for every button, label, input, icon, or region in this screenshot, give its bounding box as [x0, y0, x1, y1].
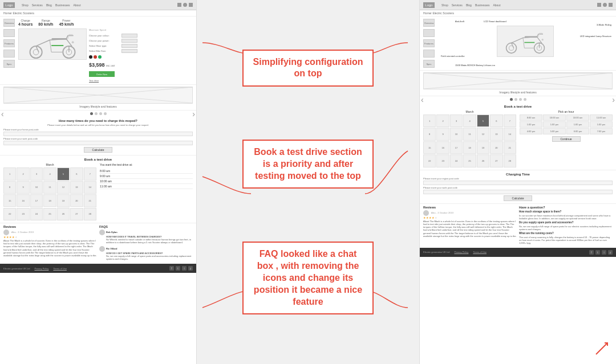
- cal-day-7[interactable]: 7: [84, 167, 96, 180]
- right-dot-2[interactable]: [514, 98, 517, 101]
- nav-shop[interactable]: Shop: [22, 3, 29, 7]
- hour-8[interactable]: 1:00 pm: [590, 121, 613, 128]
- cal-day-12[interactable]: 12: [57, 181, 70, 194]
- right-nav-businesses[interactable]: Businesses: [475, 3, 490, 7]
- right-nav-shop[interactable]: Shop: [441, 3, 448, 7]
- right-cart-icon[interactable]: [609, 3, 613, 7]
- nav-about[interactable]: About: [73, 3, 80, 7]
- right-dot-3[interactable]: [519, 98, 522, 101]
- hour-5[interactable]: 1:00 pm: [520, 121, 542, 128]
- right-cal-day-17[interactable]: 17: [450, 141, 463, 154]
- cal-day-3[interactable]: 3: [30, 167, 43, 180]
- hour-10[interactable]: 5:00 pm: [543, 128, 566, 134]
- cal-day-28[interactable]: 28: [84, 208, 96, 220]
- color-dot-red[interactable]: [94, 55, 97, 59]
- right-nav-services[interactable]: Services: [452, 3, 463, 7]
- cal-day-14[interactable]: 14: [84, 181, 96, 194]
- nav-businesses[interactable]: Businesses: [55, 3, 70, 7]
- instagram-icon[interactable]: i: [182, 266, 187, 271]
- right-footer-terms[interactable]: Terms of Use: [473, 251, 487, 253]
- cal-day-8[interactable]: 8: [3, 181, 16, 194]
- right-sidebar-icon-2[interactable]: [423, 29, 435, 37]
- color-dot-green[interactable]: [98, 55, 102, 59]
- right-dot-4[interactable]: [524, 98, 526, 101]
- work-postcode-input-right[interactable]: [423, 190, 613, 194]
- cal-day-23[interactable]: 23: [17, 208, 29, 220]
- right-cal-day-11[interactable]: 11: [463, 128, 476, 140]
- time-slot-3[interactable]: 10:00 am: [100, 179, 193, 184]
- right-nav-about[interactable]: About: [493, 3, 500, 7]
- shoe-select[interactable]: [121, 44, 137, 48]
- left-carousel-prev[interactable]: ‹: [1, 109, 4, 118]
- cal-day-6[interactable]: 6: [70, 167, 83, 180]
- right-carousel-next[interactable]: ›: [612, 95, 615, 104]
- right-cal-day-1[interactable]: 1: [423, 114, 436, 127]
- right-footer-privacy[interactable]: Privacy Policy: [454, 251, 468, 253]
- region-postcode-input[interactable]: [423, 181, 613, 185]
- sidebar-overview[interactable]: Overview: [3, 19, 15, 27]
- hour-3[interactable]: 10:00 am: [566, 114, 589, 121]
- cal-day-4[interactable]: 4: [43, 167, 56, 180]
- cal-day-21[interactable]: 21: [84, 194, 96, 207]
- cal-day-26[interactable]: 26: [57, 208, 70, 220]
- cal-day-5[interactable]: 5: [57, 167, 70, 180]
- color-dot-black[interactable]: [89, 55, 92, 59]
- dot-4[interactable]: [104, 112, 107, 115]
- cal-day-24[interactable]: 24: [30, 208, 43, 220]
- right-cal-day-23[interactable]: 23: [436, 154, 449, 167]
- twitter-icon[interactable]: t: [176, 266, 180, 271]
- right-cal-day-5[interactable]: 5: [477, 114, 489, 127]
- right-dot-1[interactable]: [510, 98, 513, 101]
- right-cal-day-7[interactable]: 7: [504, 114, 516, 127]
- cal-day-2[interactable]: 2: [17, 167, 29, 180]
- footer-privacy[interactable]: Privacy Policy: [34, 267, 48, 270]
- time-slot-2[interactable]: 9:00 am: [100, 174, 193, 179]
- right-sidebar-spec[interactable]: Spec: [423, 60, 435, 68]
- right-search-icon[interactable]: [597, 3, 601, 7]
- search-icon[interactable]: [177, 3, 181, 7]
- hour-1[interactable]: 8:00 am: [520, 114, 542, 121]
- right-cal-day-14[interactable]: 14: [504, 128, 516, 140]
- right-cal-day-18[interactable]: 18: [463, 141, 476, 154]
- nav-services[interactable]: Services: [32, 3, 43, 7]
- cal-day-25[interactable]: 25: [43, 208, 56, 220]
- left-carousel-next[interactable]: ›: [192, 109, 195, 118]
- hour-6[interactable]: 1:00 pm: [543, 121, 566, 128]
- right-cal-day-19[interactable]: 19: [477, 141, 489, 154]
- size-select[interactable]: [121, 49, 137, 53]
- time-slot-1[interactable]: 8:00 am: [100, 169, 193, 174]
- facebook-icon[interactable]: f: [169, 266, 174, 271]
- right-cal-day-6[interactable]: 6: [490, 114, 502, 127]
- right-twitter-icon[interactable]: t: [595, 250, 600, 255]
- cal-day-20[interactable]: 20: [70, 194, 83, 207]
- right-cal-day-26[interactable]: 26: [477, 154, 489, 167]
- right-carousel-prev[interactable]: ‹: [421, 95, 424, 104]
- hour-11[interactable]: 6:00 pm: [566, 128, 589, 134]
- right-cal-day-8[interactable]: 8: [423, 128, 436, 140]
- sidebar-spec[interactable]: Spec: [3, 60, 15, 68]
- cal-day-10[interactable]: 10: [30, 181, 43, 194]
- youtube-icon[interactable]: y: [188, 266, 193, 271]
- right-cal-day-12[interactable]: 12: [477, 128, 489, 140]
- right-cal-day-9[interactable]: 9: [436, 128, 449, 140]
- right-cal-day-25[interactable]: 25: [463, 154, 476, 167]
- dot-2[interactable]: [95, 112, 98, 115]
- cal-day-11[interactable]: 11: [43, 181, 56, 194]
- right-cal-day-22[interactable]: 22: [423, 154, 436, 167]
- right-youtube-icon[interactable]: y: [608, 250, 613, 255]
- cal-day-17[interactable]: 17: [30, 194, 43, 207]
- dot-1[interactable]: [90, 112, 93, 115]
- right-sidebar-features[interactable]: Features: [423, 39, 435, 47]
- test-drive-link[interactable]: Test drive: [89, 79, 137, 82]
- sidebar-icon-2[interactable]: [3, 29, 15, 37]
- right-user-icon[interactable]: [603, 3, 607, 7]
- user-icon[interactable]: [183, 3, 187, 7]
- hour-12[interactable]: 7:00 pm: [590, 128, 613, 134]
- cal-day-15[interactable]: 15: [3, 194, 16, 207]
- right-cal-day-24[interactable]: 24: [450, 154, 463, 167]
- calculate-button[interactable]: Calculate: [84, 147, 112, 153]
- right-cal-day-16[interactable]: 16: [436, 141, 449, 154]
- hour-4[interactable]: 11:00 am: [590, 114, 613, 121]
- cal-day-16[interactable]: 16: [17, 194, 29, 207]
- cart-icon[interactable]: [189, 3, 193, 7]
